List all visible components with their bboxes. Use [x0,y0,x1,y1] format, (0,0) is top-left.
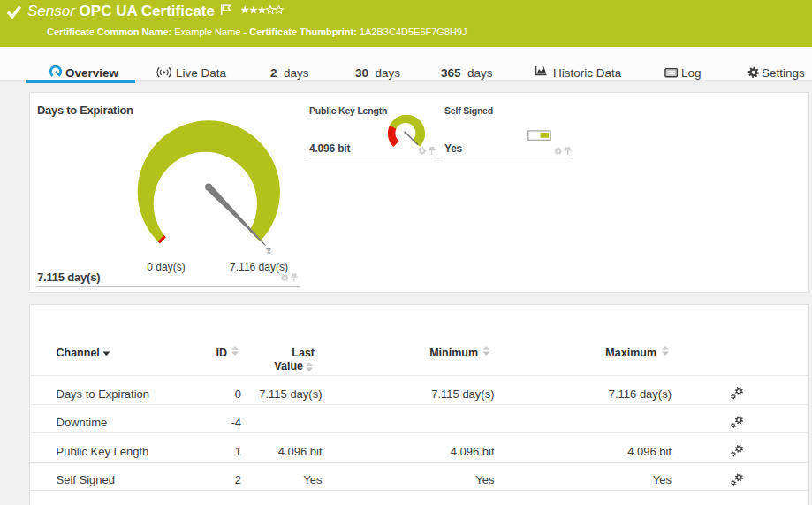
svg-text:x: x [267,246,271,256]
